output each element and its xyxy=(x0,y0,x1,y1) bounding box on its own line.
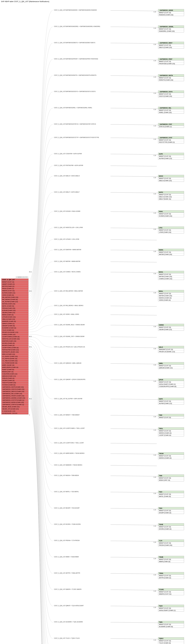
root-field: .SAPSMOSS_SYSTYP [CHAR (1)] xyxy=(1,399,28,401)
target-field: MANDT [CLNT (3)] xyxy=(158,364,184,367)
target-table-box: MARAMANDT [CLNT (3)]MATNR [CHAR (18)] xyxy=(158,249,184,256)
source-cardinality: (0,1) xyxy=(29,290,32,292)
target-table-box: _SAPSMOSS_STATSTATUS [CHAR (1)] xyxy=(158,123,184,128)
target-table-box: EKPOMANDT [CLNT (3)]EBELN [CHAR (10)]EBE… xyxy=(158,191,184,200)
target-field: CHARG [CHAR (10)] xyxy=(158,278,184,280)
target-table-box: ONR00MANDT [CLNT (3)]OBJNR [CHAR (22)] xyxy=(158,324,184,331)
target-box-title: _SAPSMOSS_ADDRL xyxy=(158,26,184,28)
cardinality-label: 0..N xyxy=(154,574,156,576)
target-box-title: T352B xyxy=(158,556,184,558)
target-field: STATUS [CHAR (1)] xyxy=(158,126,184,128)
cardinality-label: 0..N xyxy=(154,430,156,431)
target-field: MANDT [CLNT (3)] xyxy=(158,574,184,577)
target-field: MATNR [CHAR (18)] xyxy=(158,275,184,278)
root-table-box: COCF_S_QM_LIST MANDT [CLNT (3)]QMART [CH… xyxy=(1,278,28,414)
root-field: EBELN [CHAR (10)] xyxy=(1,353,28,355)
target-field: MANDT [CLNT (3)] xyxy=(158,292,184,294)
edge-label: COCF_S_QM_LIST/SAPSMOSS/INSTN = /SAPSMOS… xyxy=(54,74,96,76)
target-box-title: AUFK xyxy=(158,153,184,155)
target-field: MANDT [CLNT (3)] xyxy=(158,510,184,512)
target-box-title: _SAPSMOSS_FRNT xyxy=(158,58,184,60)
target-field: MANDT [CLNT (3)] xyxy=(158,139,184,141)
root-field: MANDT [CLNT (3)] xyxy=(1,281,28,283)
root-field: LS_KDAUF [CHAR (10)] xyxy=(1,355,28,358)
edge-label: COCF_S_QM_LIST-RBNR = T352B-RBNR xyxy=(54,556,79,558)
root-field: .SAPSMOSS_OSSYS [CHAR (10)] xyxy=(1,388,28,390)
target-field: MANDT [CLNT (3)] xyxy=(158,640,184,642)
target-field: R3SYSTYPE [CHAR (1)] xyxy=(158,141,184,143)
target-field: VERID [CHAR (4)] xyxy=(158,299,184,301)
cardinality-label: 0..N xyxy=(154,348,156,350)
page-title: SAP ABAP table COCF_S_QM_LIST {Maintenan… xyxy=(0,0,188,3)
target-field: ARTPR [CHAR (2)] xyxy=(158,577,184,579)
cardinality-label: 0..N xyxy=(154,193,156,194)
edge-label: COCF_S_QM_LIST-OBJNR_REAL = ONR00-OBJNR xyxy=(54,324,85,326)
target-field: MATNR [CHAR (18)] xyxy=(158,294,184,297)
cardinality-label: 0..N xyxy=(154,44,156,45)
target-table-box: T024EMANDT [CLNT (3)]EKORG [CHAR (4)] xyxy=(158,523,184,530)
edge-label: COCF_S_QM_LIST-ARBPLWERK = T001W-WERKS xyxy=(54,452,85,454)
target-field: WERKS [CHAR (4)] xyxy=(158,457,184,459)
root-field: RM_WERKS [CHAR (4)] xyxy=(1,298,28,300)
root-field: QMNUM [CHAR (12)] xyxy=(1,375,28,377)
target-box-title: T001W xyxy=(158,452,184,455)
root-field: EKORG [CHAR (4)] xyxy=(1,342,28,344)
target-box-title: SAFK xyxy=(158,398,184,400)
target-field: MATKL [CHAR (9)] xyxy=(158,495,184,498)
cardinality-label: 0..N xyxy=(154,212,156,214)
target-field: RBNR [CHAR (9)] xyxy=(158,560,184,562)
source-cardinality: (0,1) xyxy=(29,346,32,348)
target-field: R3ADDREL [CHAR (10)] xyxy=(158,30,184,32)
target-table-box: T001WMANDT [CLNT (3)]WERKS [CHAR (4)] xyxy=(158,452,184,459)
cardinality-label: 0..N xyxy=(154,138,156,140)
target-field: LGORT [CHAR (4)] xyxy=(158,434,184,436)
target-field: OBJNR [CHAR (22)] xyxy=(158,328,184,330)
cardinality-label: 0..N xyxy=(154,558,156,560)
source-cardinality: (0,1) xyxy=(29,336,32,337)
target-field: PRUEFLOS [NUMC (12)] xyxy=(158,350,184,353)
edge-label: COCF_S_QM_LIST-EMATNR = MARA-MATNR xyxy=(54,249,81,250)
edge-label: COCF_S_QM_LIST-CHARG = MCH1-CHARG xyxy=(54,271,81,272)
target-field: MANDT [CLNT (3)] xyxy=(158,430,184,432)
cardinality-label: 0..N xyxy=(154,454,156,456)
target-field: WERKS [CHAR (4)] xyxy=(158,297,184,299)
cardinality-label: 0..N xyxy=(154,493,156,494)
target-field: MANDT [CLNT (3)] xyxy=(158,28,184,30)
root-field: LS_VBELN [CHAR (10)] xyxy=(1,360,28,362)
target-box-title: T023 xyxy=(158,491,184,493)
cardinality-label: 0..N xyxy=(154,364,156,366)
edge-label: COCF_S_QM_LIST/SAPSMOSS/FRONT = /SAPSMOS… xyxy=(54,58,98,60)
edge-label: COCF_S_QM_LIST/SAPSMOSS/STATUS = /SAPSMO… xyxy=(54,124,96,125)
target-table-box: _SAPSMOSS_OSYSMANDT [CLNT (3)]OSSYS [CHA… xyxy=(158,90,184,97)
target-box-title: _SAPSMOSS_OSYS xyxy=(158,91,184,93)
target-box-title: _SAPSMOSS_STAT xyxy=(158,123,184,126)
root-field: VBELN [CHAR (10)] xyxy=(1,318,28,320)
target-table-box: _SAPSMOSS_SYSTMANDT [CLNT (3)]R3SYSTYPE … xyxy=(158,136,184,143)
target-box-title: TQ15 xyxy=(158,605,184,607)
target-table-box: EKKOMANDT [CLNT (3)]EBELN [CHAR (10)] xyxy=(158,175,184,182)
target-field: R3REL [CHAR (10)] xyxy=(158,111,184,114)
edge-label: COCF_S_QM_LIST-QMKAT = TQ15-KATALOGART xyxy=(54,605,84,606)
root-field: LGORTVORG [CHAR (4)] xyxy=(1,346,28,349)
target-box-title: ONR00 xyxy=(158,324,184,326)
target-field: MANDT [CLNT (3)] xyxy=(158,607,184,609)
root-field: BKGRP [CHAR (3)] xyxy=(1,344,28,346)
edge-label: COCF_S_QM_LIST-QMNUM = QMEL-QMNUM xyxy=(54,362,81,364)
target-box-title: QMEL xyxy=(158,362,184,364)
target-box-title: T001L xyxy=(158,428,184,430)
root-field: ARBPL [NUMC (8)] xyxy=(1,364,28,366)
target-table-box: T006MANDT [CLNT (3)]MSEHI [UNIT (3)] xyxy=(158,474,184,481)
edge-label: COCF_S_QM_LIST-EBELN = EKKO-EBELN xyxy=(54,175,80,176)
edge-label: COCF_S_QM_LIST-PRDHA = T179-PRODH xyxy=(54,540,80,541)
root-field: LS_POSNR [NUMC (6)] xyxy=(1,362,28,364)
target-field: MANDANT [CLNT (3)] xyxy=(158,348,184,350)
root-field: TZONSO [CHAR (6)] xyxy=(1,384,28,386)
root-field: VKBUR [CHAR (4)] xyxy=(1,377,28,379)
target-table-box: _SAPSMOSS_DBSYMANDT [CLNT (3)]DBSYS [CHA… xyxy=(158,42,184,48)
edge-label: COCF_S_QM_LIST-MANDT = T000-MANDT xyxy=(54,414,80,416)
root-field: TSEGTP [CHAR (10)] xyxy=(1,382,28,384)
root-field: SA_AUFNR [CHAR (12)] xyxy=(1,300,28,303)
target-field: EBELN [CHAR (10)] xyxy=(158,196,184,198)
edge-label: COCF_S_QM_LIST-RM_MATNR = MKAL-MATNR xyxy=(54,290,83,292)
edge-label: COCF_S_QM_LIST-HERSTELLER = LFA1-LIFNR xyxy=(54,227,83,228)
